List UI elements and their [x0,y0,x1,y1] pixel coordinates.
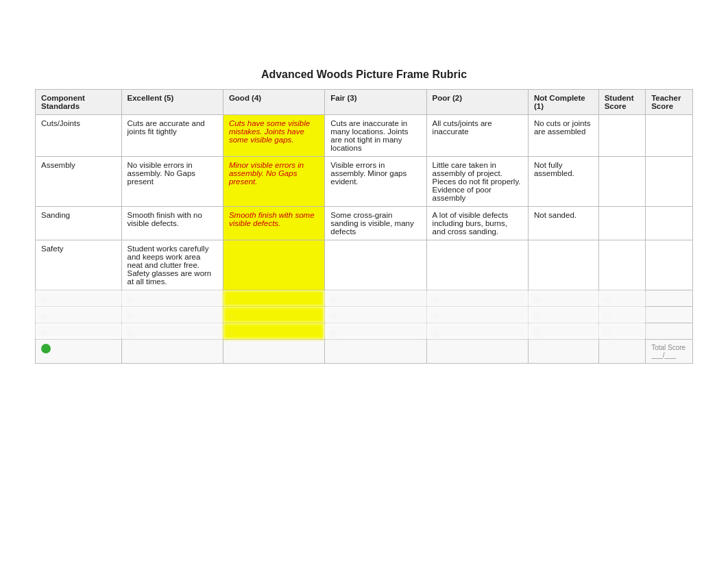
page-title: Advanced Woods Picture Frame Rubric [261,68,467,81]
cell-good [223,240,324,290]
cell-notcomplete: ... [528,307,598,323]
cell-fair: Some cross-grain sanding is visible, man… [325,207,426,240]
cell-student: ... [598,323,645,340]
table-row: Cuts/JointsCuts are accurate and joints … [36,115,693,157]
cell-poor: A lot of visible defects including burs,… [426,207,528,240]
table-row: ..................... [36,323,693,340]
cell-good: ... [223,323,324,340]
cell-student [598,340,645,364]
cell-fair: ... [325,323,426,340]
cell-component: ... [36,290,122,307]
cell-notcomplete: No cuts or joints are assembled [528,115,598,157]
cell-component: ... [36,323,122,340]
cell-excellent: No visible errors in assembly. No Gaps p… [121,157,223,207]
cell-teacher [646,115,693,157]
cell-fair: ... [325,307,426,323]
cell-teacher [646,157,693,207]
cell-excellent: Student works carefully and keeps work a… [121,240,223,290]
table-row: ..................... [36,290,693,307]
cell-notcomplete [528,240,598,290]
cell-teacher [646,240,693,290]
cell-excellent: Cuts are accurate and joints fit tightly [121,115,223,157]
cell-fair: Cuts are inaccurate in many locations. J… [325,115,426,157]
cell-component [36,340,122,364]
col-header-teacher: Teacher Score [646,90,693,115]
cell-teacher [646,323,693,340]
cell-good: Minor visible errors in assembly. No Gap… [223,157,324,207]
cell-student [598,207,645,240]
cell-good: ... [223,307,324,323]
cell-notcomplete: Not fully assembled. [528,157,598,207]
cell-student: ... [598,290,645,307]
cell-excellent: ... [121,307,223,323]
cell-poor: All cuts/joints are inaccurate [426,115,528,157]
table-row: AssemblyNo visible errors in assembly. N… [36,157,693,207]
cell-good [223,340,324,364]
cell-component: Safety [36,240,122,290]
col-header-student: Student Score [598,90,645,115]
cell-good: Cuts have some visible mistakes. Joints … [223,115,324,157]
cell-excellent: ... [121,323,223,340]
cell-fair: Visible errors in assembly. Minor gaps e… [325,157,426,207]
cell-notcomplete: Not sanded. [528,207,598,240]
table-row: SafetyStudent works carefully and keeps … [36,240,693,290]
col-header-good: Good (4) [223,90,324,115]
cell-excellent: Smooth finish with no visible defects. [121,207,223,240]
cell-excellent: ... [121,290,223,307]
page: Advanced Woods Picture Frame Rubric Comp… [0,0,728,563]
cell-teacher [646,290,693,307]
cell-notcomplete: ... [528,323,598,340]
cell-student: ... [598,307,645,323]
cell-poor: ... [426,290,528,307]
green-dot-icon [41,344,51,353]
cell-poor [426,340,528,364]
cell-poor [426,240,528,290]
cell-student [598,240,645,290]
col-header-component: Component Standards [36,90,122,115]
cell-poor: Little care taken in assembly of project… [426,157,528,207]
rubric-table: Component Standards Excellent (5) Good (… [35,89,693,364]
table-row: Total Score ___/___ [36,340,693,364]
cell-fair: ... [325,290,426,307]
table-row: ..................... [36,307,693,323]
cell-component: Sanding [36,207,122,240]
col-header-notcomplete: Not Complete (1) [528,90,598,115]
cell-fair [325,340,426,364]
cell-poor: ... [426,307,528,323]
cell-component: Cuts/Joints [36,115,122,157]
col-header-poor: Poor (2) [426,90,528,115]
cell-teacher: Total Score ___/___ [646,340,693,364]
cell-teacher [646,307,693,323]
cell-good: Smooth finish with some visible defects. [223,207,324,240]
cell-excellent [121,340,223,364]
cell-poor: ... [426,323,528,340]
cell-notcomplete: ... [528,290,598,307]
col-header-excellent: Excellent (5) [121,90,223,115]
table-row: SandingSmooth finish with no visible def… [36,207,693,240]
cell-student [598,157,645,207]
header-row: Component Standards Excellent (5) Good (… [36,90,693,115]
cell-good: ... [223,290,324,307]
cell-fair [325,240,426,290]
col-header-fair: Fair (3) [325,90,426,115]
cell-student [598,115,645,157]
cell-notcomplete [528,340,598,364]
cell-component: Assembly [36,157,122,207]
cell-teacher [646,207,693,240]
cell-component: ... [36,307,122,323]
